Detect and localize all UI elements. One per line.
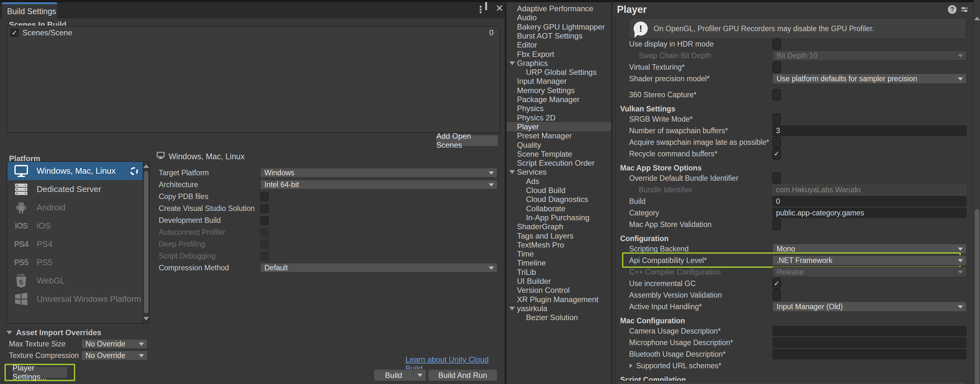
platform-item-ps5[interactable]: PS5PS5: [8, 253, 143, 271]
foldout-open-icon[interactable]: [509, 61, 515, 65]
sidebar-item-cloud-build[interactable]: Cloud Build: [507, 186, 611, 195]
number-of-swapchain-buffers--input[interactable]: 3: [772, 125, 967, 136]
build-and-run-button[interactable]: Build And Run: [428, 369, 497, 381]
sidebar-item-fbx-export[interactable]: Fbx Export: [507, 49, 611, 59]
assembly-version-validation-checkbox[interactable]: [772, 289, 781, 301]
platform-item-dedicated-server[interactable]: Dedicated Server: [8, 180, 143, 198]
category-input[interactable]: public.app-category.games: [772, 208, 967, 218]
use-display-in-hdr-mode-checkbox[interactable]: [772, 38, 781, 50]
sidebar-item-memory-settings[interactable]: Memory Settings: [507, 86, 611, 95]
camera-usage-description--input[interactable]: [772, 326, 967, 336]
player-settings-button[interactable]: Player Settings...: [12, 367, 67, 378]
microphone-usage-description--input[interactable]: [772, 338, 967, 348]
platform-scroll-down-icon[interactable]: [143, 317, 149, 321]
use-incremental-gc-checkbox[interactable]: ✓: [772, 278, 781, 289]
sidebar-item-services[interactable]: Services: [507, 167, 611, 176]
target-platform-dropdown[interactable]: Windows: [260, 168, 497, 178]
foldout-open-icon[interactable]: [509, 306, 515, 311]
sidebar-item-preset-manager[interactable]: Preset Manager: [507, 131, 611, 140]
sidebar-item-input-manager[interactable]: Input Manager: [507, 76, 611, 86]
sidebar-item-textmesh-pro[interactable]: TextMesh Pro: [507, 240, 611, 249]
sidebar-item-quality[interactable]: Quality: [507, 140, 611, 150]
platform-scroll-up-icon[interactable]: [143, 164, 149, 168]
mac-app-store-options-text: Mac App Store Options: [620, 164, 702, 172]
sidebar-item-graphics[interactable]: Graphics: [507, 59, 611, 68]
sidebar-item-timeline[interactable]: Timeline: [507, 258, 611, 267]
sidebar-item-time[interactable]: Time: [507, 249, 611, 259]
build-input[interactable]: 0: [772, 196, 967, 206]
platform-item-windows-mac-linux[interactable]: Windows, Mac, Linux: [8, 162, 143, 180]
override-default-bundle-identifier-checkbox[interactable]: [772, 172, 781, 184]
window-menu-icon[interactable]: ⋮: [476, 4, 485, 15]
texture-compression-field[interactable]: No Override: [81, 351, 148, 360]
main-scroll-up-icon[interactable]: [974, 17, 980, 20]
copy-pdb-files-checkbox[interactable]: [260, 193, 269, 201]
sidebar-item-in-app-purchasing[interactable]: In-App Purchasing: [507, 213, 611, 222]
maximize-icon[interactable]: [485, 4, 487, 10]
bluetooth-usage-description--input[interactable]: [772, 349, 967, 359]
mac-app-store-validation-text: Mac App Store Validation: [629, 220, 712, 229]
platform-item-ps4[interactable]: PS4PS4: [8, 235, 143, 253]
360-stereo-capture--checkbox[interactable]: [772, 89, 781, 100]
main-scroll-thumb[interactable]: [975, 209, 979, 384]
use-incremental-gc-label: Use incremental GC: [629, 278, 696, 289]
sidebar-item-shadergraph[interactable]: ShaderGraph: [507, 222, 611, 231]
add-open-scenes-button[interactable]: Add Open Scenes: [436, 135, 498, 146]
api-compatibility-level--dropdown[interactable]: .NET Framework: [772, 255, 967, 265]
virtual-texturing--checkbox[interactable]: [772, 61, 781, 73]
sidebar-item-collaborate[interactable]: Collaborate: [507, 204, 611, 213]
foldout-closed-icon[interactable]: [630, 363, 633, 368]
build-dropdown-button[interactable]: [413, 370, 426, 381]
sidebar-item-physics[interactable]: Physics: [507, 104, 611, 113]
sidebar-item-cloud-diagnostics[interactable]: Cloud Diagnostics: [507, 195, 611, 204]
compression-method-dropdown[interactable]: Default: [260, 263, 497, 273]
sidebar-item-xr-plugin-management[interactable]: XR Plugin Management: [507, 295, 611, 304]
sidebar-item-script-execution-order[interactable]: Script Execution Order: [507, 158, 611, 168]
sidebar-item-ads[interactable]: Ads: [507, 176, 611, 186]
sidebar-item-version-control[interactable]: Version Control: [507, 286, 611, 295]
sidebar-item-audio[interactable]: Audio: [507, 13, 611, 22]
acquire-swapchain-image-late-as-possible--checkbox[interactable]: [772, 136, 781, 148]
sidebar-item-tags-and-layers[interactable]: Tags and Layers: [507, 231, 611, 241]
development-build-checkbox[interactable]: [260, 216, 269, 225]
number-of-swapchain-buffers--field: 3: [772, 125, 967, 136]
platform-item-webgl[interactable]: HTML5WebGL: [8, 271, 143, 290]
sidebar-item-label: UI Builder: [517, 277, 551, 286]
platform-scroll-thumb[interactable]: [144, 171, 148, 313]
mac-app-store-validation-checkbox[interactable]: [772, 219, 781, 230]
create-visual-studio-solution-checkbox[interactable]: [260, 205, 269, 213]
sidebar-item-burst-aot-settings[interactable]: Burst AOT Settings: [507, 31, 611, 40]
close-icon[interactable]: ✕: [495, 3, 503, 14]
sidebar-item-editor[interactable]: Editor: [507, 40, 611, 49]
sidebar-item-yasirkula[interactable]: yasirkula: [507, 304, 611, 313]
platform-item-universal-windows-platform[interactable]: Universal Windows Platform: [8, 290, 143, 308]
platform-item-ios[interactable]: iOSiOS: [8, 217, 143, 235]
scripting-backend-dropdown[interactable]: Mono: [772, 244, 967, 254]
architecture-dropdown[interactable]: Intel 64-bit: [260, 180, 497, 189]
sidebar-item-adaptive-performance[interactable]: Adaptive Performance: [507, 4, 611, 13]
sidebar-item-player[interactable]: Player: [507, 122, 611, 131]
sidebar-item-ui-builder[interactable]: UI Builder: [507, 276, 611, 286]
build-button[interactable]: Build: [374, 370, 413, 381]
sidebar-item-package-manager[interactable]: Package Manager: [507, 95, 611, 104]
max-texture-size-field[interactable]: No Override: [81, 339, 148, 349]
scripting-backend-text: Scripting Backend: [629, 244, 689, 253]
foldout-open-icon[interactable]: [509, 170, 515, 174]
srgb-write-mode--checkbox[interactable]: [772, 113, 781, 125]
asset-import-overrides-header[interactable]: Asset Import Overrides: [6, 328, 101, 337]
sidebar-item-urp-global-settings[interactable]: URP Global Settings: [507, 67, 611, 77]
shader-precision-model--dropdown[interactable]: Use platform defaults for sampler precis…: [772, 73, 967, 84]
recycle-command-buffers--checkbox[interactable]: ✓: [772, 148, 781, 160]
build-value: 0: [776, 197, 780, 206]
sidebar-item-bezier-solution[interactable]: Bezier Solution: [507, 313, 611, 322]
sidebar-item-trilib[interactable]: TriLib: [507, 267, 611, 277]
scene-row[interactable]: ✓ Scenes/Scene 0: [7, 26, 499, 39]
active-input-handling--dropdown[interactable]: Input Manager (Old): [772, 301, 967, 312]
sidebar-item-scene-template[interactable]: Scene Template: [507, 149, 611, 159]
platform-item-android[interactable]: Android: [8, 198, 143, 217]
sidebar-item-physics-2d[interactable]: Physics 2D: [507, 113, 611, 122]
tab-build-settings[interactable]: Build Settings: [2, 2, 57, 18]
sidebar-item-bakery-gpu-lightmapper[interactable]: Bakery GPU Lightmapper: [507, 22, 611, 32]
scene-checkbox[interactable]: ✓: [10, 29, 19, 37]
swap-chain-bit-depth-value: Bit Depth 10: [776, 51, 818, 60]
